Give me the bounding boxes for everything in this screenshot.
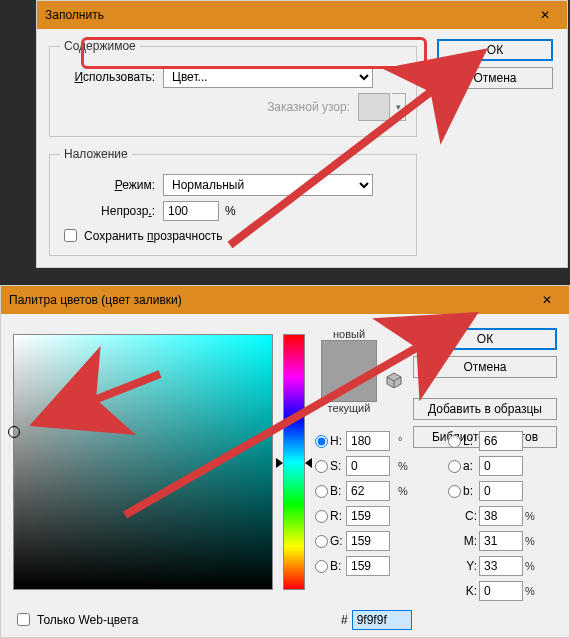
new-color-swatch xyxy=(322,341,376,371)
preserve-transparency-checkbox[interactable]: Сохранить прозрачность xyxy=(60,226,406,245)
y-input[interactable] xyxy=(479,556,523,576)
blending-legend: Наложение xyxy=(60,147,132,161)
g-radio[interactable] xyxy=(315,535,328,548)
hue-pointer-right-icon xyxy=(305,458,312,468)
hue-slider[interactable] xyxy=(283,334,305,590)
preserve-transparency-input[interactable] xyxy=(64,229,77,242)
fill-title: Заполнить xyxy=(45,8,531,22)
web-colors-input[interactable] xyxy=(17,613,30,626)
fill-titlebar[interactable]: Заполнить ✕ xyxy=(37,1,567,29)
cube-icon xyxy=(386,372,402,388)
close-icon[interactable]: ✕ xyxy=(533,289,561,311)
color-picker-dialog: Палитра цветов (цвет заливки) ✕ новый те… xyxy=(0,285,570,638)
ok-button[interactable]: ОК xyxy=(413,328,557,350)
opacity-pct: % xyxy=(225,204,236,218)
lab-b-radio[interactable] xyxy=(448,485,461,498)
color-values-grid: H:° L: S:% a: B:% b: R: C:% G: M:% B: Y:… xyxy=(315,431,543,601)
pattern-label: Заказной узор: xyxy=(267,100,350,114)
ok-button[interactable]: ОК xyxy=(437,39,553,61)
l-input[interactable] xyxy=(479,431,523,451)
cancel-button[interactable]: Отмена xyxy=(413,356,557,378)
h-input[interactable] xyxy=(346,431,390,451)
hex-input[interactable] xyxy=(352,610,412,630)
cancel-button[interactable]: Отмена xyxy=(437,67,553,89)
bb-input[interactable] xyxy=(346,556,390,576)
c-input[interactable] xyxy=(479,506,523,526)
r-radio[interactable] xyxy=(315,510,328,523)
current-color-swatch[interactable] xyxy=(322,371,376,401)
a-radio[interactable] xyxy=(448,460,461,473)
k-input[interactable] xyxy=(479,581,523,601)
picker-title: Палитра цветов (цвет заливки) xyxy=(9,293,533,307)
mode-label: Режим: xyxy=(60,178,155,192)
use-select[interactable]: Цвет... xyxy=(163,66,373,88)
color-field[interactable] xyxy=(13,334,273,590)
s-input[interactable] xyxy=(346,456,390,476)
r-input[interactable] xyxy=(346,506,390,526)
web-colors-checkbox[interactable]: Только Web-цвета xyxy=(13,610,138,629)
opacity-input[interactable] xyxy=(163,201,219,221)
close-icon[interactable]: ✕ xyxy=(531,4,559,26)
hue-pointer-left-icon xyxy=(276,458,283,468)
annotation-highlight xyxy=(81,37,427,69)
add-swatch-button[interactable]: Добавить в образцы xyxy=(413,398,557,420)
pattern-dropdown: ▾ xyxy=(392,93,406,121)
s-radio[interactable] xyxy=(315,460,328,473)
m-input[interactable] xyxy=(479,531,523,551)
mode-select[interactable]: Нормальный xyxy=(163,174,373,196)
new-color-label: новый xyxy=(321,328,377,340)
a-input[interactable] xyxy=(479,456,523,476)
g-input[interactable] xyxy=(346,531,390,551)
h-radio[interactable] xyxy=(315,435,328,448)
current-color-label: текущий xyxy=(321,402,377,414)
picker-titlebar[interactable]: Палитра цветов (цвет заливки) ✕ xyxy=(1,286,569,314)
hash-label: # xyxy=(341,613,348,627)
opacity-label: Непрозр.: xyxy=(60,204,155,218)
l-radio[interactable] xyxy=(448,435,461,448)
lab-b-input[interactable] xyxy=(479,481,523,501)
pattern-swatch xyxy=(358,93,390,121)
blending-group: Наложение Режим: Нормальный Непрозр.: % … xyxy=(49,147,417,256)
bb-radio[interactable] xyxy=(315,560,328,573)
b-input[interactable] xyxy=(346,481,390,501)
use-label: Использовать: xyxy=(60,70,155,84)
swatch-preview: новый текущий xyxy=(321,328,377,414)
fill-dialog: Заполнить ✕ ОК Отмена Содержимое Использ… xyxy=(36,0,568,268)
b-radio[interactable] xyxy=(315,485,328,498)
color-field-marker[interactable] xyxy=(8,426,20,438)
